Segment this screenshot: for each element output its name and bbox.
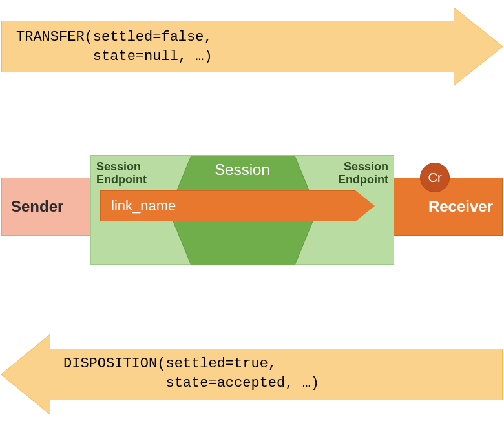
credit-badge: Cr <box>420 163 450 192</box>
transfer-text-line2: state=null, …) <box>16 47 454 66</box>
transfer-arrow: TRANSFER(settled=false, state=null, …) <box>1 8 503 85</box>
credit-badge-text: Cr <box>428 170 441 185</box>
link-name-label: link_name <box>111 198 176 214</box>
link-arrow: link_name <box>100 190 378 221</box>
disposition-arrow: DISPOSITION(settled=true, state=accepted… <box>1 334 503 414</box>
session-endpoint-left: Session Endpoint <box>96 161 147 187</box>
link-arrow-body: link_name <box>100 190 355 221</box>
session-endpoint-right: Session Endpoint <box>338 161 388 187</box>
session-endpoint-left-l2: Endpoint <box>96 174 147 187</box>
session-endpoint-left-l1: Session <box>96 161 147 174</box>
session-diagram: Sender Receiver Session Session Endpoint… <box>0 155 504 271</box>
sender-box: Sender <box>1 178 98 236</box>
disposition-text-line2: state=accepted, …) <box>63 374 502 393</box>
transfer-text-line1: TRANSFER(settled=false, <box>16 28 454 47</box>
disposition-text-line1: DISPOSITION(settled=true, <box>63 354 502 374</box>
sender-label: Sender <box>11 198 63 216</box>
receiver-label: Receiver <box>428 198 493 216</box>
session-endpoint-right-l1: Session <box>338 161 388 174</box>
transfer-arrow-head-icon <box>454 8 503 85</box>
receiver-box: Receiver <box>393 178 503 236</box>
disposition-arrow-head-icon <box>1 334 50 414</box>
session-endpoint-right-l2: Endpoint <box>338 174 388 187</box>
disposition-arrow-body: DISPOSITION(settled=true, state=accepted… <box>50 349 503 400</box>
link-arrow-head-icon <box>355 190 375 221</box>
transfer-arrow-body: TRANSFER(settled=false, state=null, …) <box>1 21 454 72</box>
